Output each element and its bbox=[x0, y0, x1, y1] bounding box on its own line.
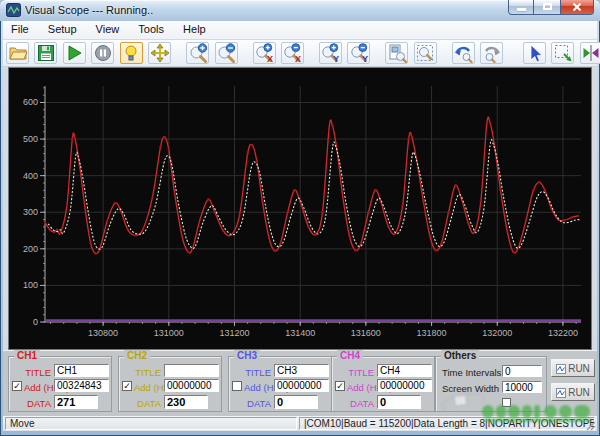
zoom-x-in-button[interactable]: X bbox=[253, 42, 276, 64]
app-window: Visual Scope --- Running.. File Setup Vi… bbox=[0, 0, 600, 436]
scope-plot[interactable]: 1308001310001312001314001316001318001320… bbox=[9, 68, 591, 349]
run-button[interactable] bbox=[63, 42, 86, 64]
zoom-in-icon bbox=[188, 43, 208, 63]
minimize-button[interactable] bbox=[508, 0, 534, 15]
ch3-group-label: CH3 bbox=[234, 350, 260, 361]
svg-text:500: 500 bbox=[23, 134, 38, 144]
ch4-title-input[interactable] bbox=[377, 364, 432, 377]
ch3-title-input[interactable] bbox=[274, 364, 329, 377]
run-button-2[interactable]: RUN bbox=[551, 383, 595, 401]
select-arrow-button[interactable] bbox=[523, 42, 546, 64]
ch2-addr-input[interactable] bbox=[164, 379, 219, 392]
pause-button[interactable] bbox=[91, 42, 114, 64]
ch2-addr-checkbox[interactable]: ✓ bbox=[122, 381, 132, 391]
save-button[interactable] bbox=[34, 42, 57, 64]
maximize-button[interactable] bbox=[534, 0, 561, 15]
channel-panel-ch1: CH1 TITLE ✓ Add (HEX) DATA 271 bbox=[8, 356, 112, 412]
zoom-window-icon bbox=[415, 43, 435, 63]
scope-chart[interactable]: 1308001310001312001314001316001318001320… bbox=[8, 67, 592, 350]
titlebar[interactable]: Visual Scope --- Running.. bbox=[0, 0, 600, 21]
ch3-data-value: 0 bbox=[274, 395, 318, 409]
app-icon bbox=[6, 3, 21, 17]
channel-panel-ch2: CH2 TITLE ✓ Add (HEX) DATA 230 bbox=[118, 356, 222, 412]
svg-text:131200: 131200 bbox=[219, 328, 249, 338]
channel-controls: CH1 TITLE ✓ Add (HEX) DATA 271 CH2 TITLE… bbox=[3, 350, 597, 416]
move-button[interactable] bbox=[148, 42, 171, 64]
ch3-addr-checkbox[interactable] bbox=[232, 381, 242, 391]
svg-text:132200: 132200 bbox=[548, 328, 578, 338]
pause-icon bbox=[93, 43, 113, 63]
channel-panel-ch4: CH4 TITLE ✓ Add (HEX) DATA 0 bbox=[331, 356, 435, 412]
ch4-data-label: DATA bbox=[334, 398, 374, 409]
zoom-x-out-button[interactable]: X bbox=[281, 42, 304, 64]
svg-text:130800: 130800 bbox=[88, 328, 118, 338]
ch1-addr-checkbox[interactable]: ✓ bbox=[12, 381, 22, 391]
window-title: Visual Scope --- Running.. bbox=[25, 4, 153, 16]
ch3-title-label: TITLE bbox=[231, 367, 271, 378]
menu-setup[interactable]: Setup bbox=[40, 21, 85, 40]
others-checkbox[interactable] bbox=[502, 398, 511, 407]
select-arrow-icon bbox=[524, 43, 544, 63]
ch1-title-label: TITLE bbox=[11, 367, 51, 378]
svg-text:100: 100 bbox=[23, 280, 38, 290]
select-region-button[interactable] bbox=[551, 42, 574, 64]
ch2-group-label: CH2 bbox=[124, 350, 150, 361]
ch2-title-input[interactable] bbox=[164, 364, 219, 377]
ch4-addr-checkbox[interactable]: ✓ bbox=[335, 381, 345, 391]
menu-tools[interactable]: Tools bbox=[130, 21, 172, 40]
svg-text:Y: Y bbox=[362, 54, 368, 63]
ch2-title-label: TITLE bbox=[121, 367, 161, 378]
ch4-addr-input[interactable] bbox=[377, 379, 432, 392]
cursors-button[interactable] bbox=[580, 42, 600, 64]
run-button-2-label: RUN bbox=[568, 387, 590, 398]
run-button-1[interactable]: RUN bbox=[551, 359, 595, 377]
others-group-label: Others bbox=[441, 350, 479, 361]
svg-text:131600: 131600 bbox=[351, 328, 381, 338]
ch1-title-input[interactable] bbox=[54, 364, 109, 377]
zoom-window-button[interactable] bbox=[414, 42, 437, 64]
svg-text:131800: 131800 bbox=[417, 328, 447, 338]
close-button[interactable] bbox=[561, 0, 594, 15]
client-area: File Setup View Tools Help bbox=[3, 21, 597, 431]
ch1-addr-input[interactable] bbox=[54, 379, 109, 392]
run-mini-icon bbox=[556, 364, 566, 374]
select-region-icon bbox=[553, 43, 573, 63]
run-play-icon bbox=[64, 43, 84, 63]
svg-text:400: 400 bbox=[23, 171, 38, 181]
zoom-x-out-icon: X bbox=[282, 43, 302, 63]
zoom-out-icon bbox=[216, 43, 236, 63]
zoom-out-button[interactable] bbox=[215, 42, 238, 64]
zoom-undo-button[interactable] bbox=[452, 42, 475, 64]
time-intervals-input[interactable] bbox=[502, 365, 542, 377]
svg-text:X: X bbox=[295, 54, 301, 63]
svg-text:131000: 131000 bbox=[154, 328, 184, 338]
zoom-redo-button[interactable] bbox=[480, 42, 503, 64]
status-com-text: |COM10|Baud = 115200|Data Length = 8|NOP… bbox=[304, 418, 595, 429]
svg-text:600: 600 bbox=[23, 97, 38, 107]
screen-width-input[interactable] bbox=[502, 381, 542, 393]
run-button-1-label: RUN bbox=[568, 363, 590, 374]
menu-help[interactable]: Help bbox=[175, 21, 214, 40]
svg-text:132000: 132000 bbox=[482, 328, 512, 338]
zoom-x-in-icon: X bbox=[254, 43, 274, 63]
zoom-in-button[interactable] bbox=[186, 42, 209, 64]
ch4-title-label: TITLE bbox=[334, 367, 374, 378]
open-button[interactable] bbox=[6, 42, 29, 64]
minimize-icon bbox=[517, 8, 526, 11]
zoom-y-out-button[interactable]: Y bbox=[347, 42, 370, 64]
resize-grip[interactable] bbox=[584, 419, 596, 431]
others-panel: Others Time Intervals Screen Width bbox=[435, 356, 547, 412]
ch3-addr-input[interactable] bbox=[274, 379, 329, 392]
zoom-redo-icon bbox=[482, 43, 502, 63]
ch2-data-value: 230 bbox=[164, 395, 208, 409]
zoom-fit-page-button[interactable] bbox=[385, 42, 408, 64]
zoom-y-out-icon: Y bbox=[349, 43, 369, 63]
zoom-y-in-button[interactable]: Y bbox=[319, 42, 342, 64]
status-right-panel: |COM10|Baud = 115200|Data Length = 8|NOP… bbox=[299, 417, 595, 430]
ch4-data-value: 0 bbox=[377, 395, 421, 409]
menu-file[interactable]: File bbox=[3, 21, 37, 40]
ch1-group-label: CH1 bbox=[14, 350, 40, 361]
svg-text:0: 0 bbox=[33, 317, 38, 327]
light-button[interactable] bbox=[120, 42, 143, 64]
menu-view[interactable]: View bbox=[88, 21, 128, 40]
